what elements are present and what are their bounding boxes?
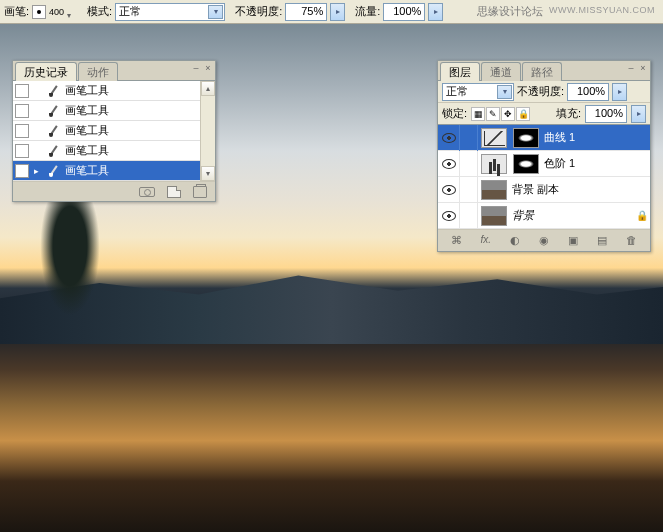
brush-size: 400 xyxy=(49,7,64,17)
history-list: 画笔工具 画笔工具 画笔工具 画笔工具 ▸ 画笔工具 xyxy=(13,81,215,181)
visibility-icon[interactable] xyxy=(438,125,460,151)
layer-name[interactable]: 曲线 1 xyxy=(542,130,650,145)
lock-label: 锁定: xyxy=(442,106,467,121)
layer-list: 曲线 1 色阶 1 背景 副本 背景 🔒 xyxy=(438,125,650,229)
history-item[interactable]: 画笔工具 xyxy=(13,101,215,121)
layer-row[interactable]: 曲线 1 xyxy=(438,125,650,151)
watermark-text-1: 思缘设计论坛 xyxy=(477,4,543,19)
link-cell[interactable] xyxy=(460,203,478,229)
delete-layer-icon[interactable]: 🗑 xyxy=(623,234,639,248)
scrollbar[interactable]: ▴ ▾ xyxy=(200,81,215,181)
brush-icon xyxy=(45,123,61,139)
layers-panel: 图层 通道 路径 – × 正常 ▾ 不透明度: 100% ▸ 锁定: ▦ ✎ ✥… xyxy=(437,60,651,252)
layer-row[interactable]: 色阶 1 xyxy=(438,151,650,177)
adjustment-layer-icon[interactable]: ◉ xyxy=(536,234,552,248)
brush-preview[interactable] xyxy=(32,5,46,19)
blend-mode-value: 正常 xyxy=(446,84,468,99)
layer-row[interactable]: 背景 副本 xyxy=(438,177,650,203)
history-checkbox[interactable] xyxy=(15,144,29,158)
mode-label: 模式: xyxy=(87,4,112,19)
layer-thumbnail[interactable] xyxy=(481,180,507,200)
opacity-flyout-button[interactable]: ▸ xyxy=(330,3,345,21)
watermark-text-2: WWW.MISSYUAN.COM xyxy=(549,5,655,15)
lock-pixels-icon[interactable]: ✎ xyxy=(486,107,500,121)
trash-icon[interactable] xyxy=(193,186,207,198)
link-layers-icon[interactable]: ⌘ xyxy=(449,234,465,248)
history-panel-tabs: 历史记录 动作 – × xyxy=(13,61,215,81)
history-item[interactable]: 画笔工具 xyxy=(13,81,215,101)
history-checkbox[interactable] xyxy=(15,104,29,118)
history-checkbox[interactable] xyxy=(15,124,29,138)
layer-name[interactable]: 背景 副本 xyxy=(510,182,650,197)
flow-flyout-button[interactable]: ▸ xyxy=(428,3,443,21)
visibility-icon[interactable] xyxy=(438,203,460,229)
snapshot-icon[interactable] xyxy=(139,187,155,197)
mode-select[interactable]: 正常 ▾ xyxy=(115,3,225,21)
lock-icons-group: ▦ ✎ ✥ 🔒 xyxy=(471,107,530,121)
layer-mask-icon[interactable]: ◐ xyxy=(507,234,523,248)
layer-lock-row: 锁定: ▦ ✎ ✥ 🔒 填充: 100% ▸ xyxy=(438,103,650,125)
link-cell[interactable] xyxy=(460,151,478,177)
history-item-label: 画笔工具 xyxy=(65,83,109,98)
history-item-label: 画笔工具 xyxy=(65,163,109,178)
tab-channels[interactable]: 通道 xyxy=(481,62,521,81)
brush-icon xyxy=(45,163,61,179)
layer-group-icon[interactable]: ▣ xyxy=(565,234,581,248)
lock-all-icon[interactable]: 🔒 xyxy=(516,107,530,121)
history-checkbox[interactable] xyxy=(15,164,29,178)
fill-label: 填充: xyxy=(556,106,581,121)
tab-layers[interactable]: 图层 xyxy=(440,62,480,81)
history-panel: 历史记录 动作 – × 画笔工具 画笔工具 画笔工具 xyxy=(12,60,216,202)
chevron-down-icon: ▾ xyxy=(208,5,223,19)
visibility-icon[interactable] xyxy=(438,177,460,203)
blend-mode-select[interactable]: 正常 ▾ xyxy=(442,83,514,101)
scroll-down-icon[interactable]: ▾ xyxy=(201,166,215,181)
tab-history[interactable]: 历史记录 xyxy=(15,62,77,81)
layer-opacity-label: 不透明度: xyxy=(517,84,564,99)
link-cell[interactable] xyxy=(460,125,478,151)
fill-input[interactable]: 100% xyxy=(585,105,627,123)
panel-close-icon[interactable]: × xyxy=(203,63,213,73)
flow-input[interactable]: 100% xyxy=(383,3,425,21)
new-document-icon[interactable] xyxy=(167,186,181,198)
history-item[interactable]: 画笔工具 xyxy=(13,141,215,161)
lock-position-icon[interactable]: ✥ xyxy=(501,107,515,121)
history-item[interactable]: ▸ 画笔工具 xyxy=(13,161,215,181)
new-layer-icon[interactable]: ▤ xyxy=(594,234,610,248)
link-cell[interactable] xyxy=(460,177,478,203)
opacity-label: 不透明度: xyxy=(235,4,282,19)
layers-panel-tabs: 图层 通道 路径 – × xyxy=(438,61,650,81)
lock-transparency-icon[interactable]: ▦ xyxy=(471,107,485,121)
history-item[interactable]: 画笔工具 xyxy=(13,121,215,141)
panel-close-icon[interactable]: × xyxy=(638,63,648,73)
layers-panel-footer: ⌘ fx. ◐ ◉ ▣ ▤ 🗑 xyxy=(438,229,650,251)
layer-row[interactable]: 背景 🔒 xyxy=(438,203,650,229)
tab-actions[interactable]: 动作 xyxy=(78,62,118,81)
flow-label: 流量: xyxy=(355,4,380,19)
fill-flyout-button[interactable]: ▸ xyxy=(631,105,646,123)
brush-icon xyxy=(45,103,61,119)
brush-icon xyxy=(45,143,61,159)
layer-thumbnail[interactable] xyxy=(481,206,507,226)
opacity-flyout-button[interactable]: ▸ xyxy=(612,83,627,101)
mask-thumbnail[interactable] xyxy=(513,154,539,174)
visibility-icon[interactable] xyxy=(438,151,460,177)
options-bar: 画笔: 400 模式: 正常 ▾ 不透明度: 75% ▸ 流量: 100% ▸ … xyxy=(0,0,663,24)
adjustment-thumbnail[interactable] xyxy=(481,128,507,148)
layer-name[interactable]: 色阶 1 xyxy=(542,156,650,171)
history-checkbox[interactable] xyxy=(15,84,29,98)
history-current-icon: ▸ xyxy=(31,166,41,176)
layer-opacity-input[interactable]: 100% xyxy=(567,83,609,101)
history-item-label: 画笔工具 xyxy=(65,103,109,118)
tab-paths[interactable]: 路径 xyxy=(522,62,562,81)
scroll-up-icon[interactable]: ▴ xyxy=(201,81,215,96)
adjustment-thumbnail[interactable] xyxy=(481,154,507,174)
opacity-input[interactable]: 75% xyxy=(285,3,327,21)
brush-dropdown-icon[interactable] xyxy=(67,8,75,16)
layer-name[interactable]: 背景 xyxy=(510,208,634,223)
layer-effects-icon[interactable]: fx. xyxy=(478,234,494,248)
mask-thumbnail[interactable] xyxy=(513,128,539,148)
history-item-label: 画笔工具 xyxy=(65,143,109,158)
panel-minimize-icon[interactable]: – xyxy=(191,63,201,73)
panel-minimize-icon[interactable]: – xyxy=(626,63,636,73)
